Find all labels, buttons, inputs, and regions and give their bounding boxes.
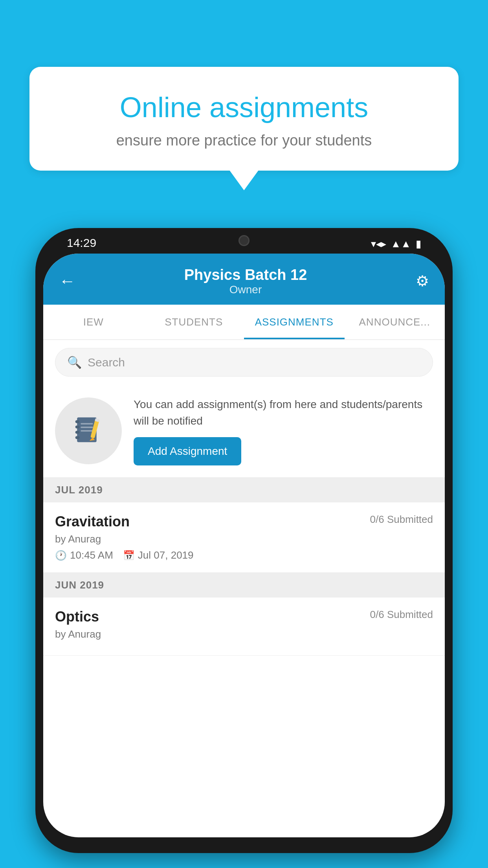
assignment-status: 0/6 Submitted bbox=[370, 609, 433, 621]
header-subtitle: Owner bbox=[75, 283, 416, 296]
status-time: 14:29 bbox=[67, 236, 96, 250]
header-title: Physics Batch 12 bbox=[75, 267, 416, 283]
search-icon: 🔍 bbox=[67, 355, 82, 369]
speech-bubble-title: Online assignments bbox=[53, 90, 435, 124]
svg-rect-2 bbox=[75, 426, 80, 428]
wifi-icon: ▾◂▸ bbox=[371, 238, 386, 250]
status-icons: ▾◂▸ ▲▲ ▮ bbox=[371, 238, 421, 250]
tabs-bar: IEW STUDENTS ASSIGNMENTS ANNOUNCE... bbox=[43, 305, 445, 340]
promo-content: You can add assignment(s) from here and … bbox=[134, 396, 433, 465]
search-placeholder: Search bbox=[88, 356, 125, 369]
phone-container: 14:29 ▾◂▸ ▲▲ ▮ ← Physics Batch 12 Owner … bbox=[35, 228, 453, 868]
back-button[interactable]: ← bbox=[59, 272, 75, 291]
header-center: Physics Batch 12 Owner bbox=[75, 267, 416, 296]
list-item[interactable]: Optics 0/6 Submitted by Anurag bbox=[43, 598, 445, 656]
add-assignment-button[interactable]: Add Assignment bbox=[134, 437, 241, 465]
svg-rect-5 bbox=[81, 423, 93, 425]
assignment-name: Optics bbox=[55, 609, 99, 625]
app-header: ← Physics Batch 12 Owner ⚙ bbox=[43, 254, 445, 305]
notebook-icon bbox=[71, 413, 106, 449]
speech-bubble-subtitle: ensure more practice for your students bbox=[53, 132, 435, 149]
assignment-meta: 🕐 10:45 AM 📅 Jul 07, 2019 bbox=[55, 549, 433, 561]
phone-frame: 14:29 ▾◂▸ ▲▲ ▮ ← Physics Batch 12 Owner … bbox=[35, 228, 453, 853]
phone-notch bbox=[197, 228, 291, 252]
tab-announcements[interactable]: ANNOUNCE... bbox=[345, 305, 445, 339]
speech-bubble-card: Online assignments ensure more practice … bbox=[29, 67, 459, 171]
phone-screen: ← Physics Batch 12 Owner ⚙ IEW STUDENTS … bbox=[43, 254, 445, 837]
svg-rect-6 bbox=[81, 427, 93, 428]
svg-rect-1 bbox=[75, 420, 80, 423]
search-container: 🔍 Search bbox=[43, 340, 445, 384]
tab-students[interactable]: STUDENTS bbox=[144, 305, 244, 339]
assignment-status: 0/6 Submitted bbox=[370, 513, 433, 526]
assignment-top: Gravitation 0/6 Submitted bbox=[55, 513, 433, 530]
assignment-top: Optics 0/6 Submitted bbox=[55, 609, 433, 625]
promo-description: You can add assignment(s) from here and … bbox=[134, 396, 433, 429]
svg-rect-3 bbox=[75, 431, 80, 434]
battery-icon: ▮ bbox=[416, 238, 421, 250]
assignment-name: Gravitation bbox=[55, 513, 130, 530]
clock-icon: 🕐 bbox=[55, 550, 67, 561]
section-header-jun: JUN 2019 bbox=[43, 573, 445, 598]
promo-section: You can add assignment(s) from here and … bbox=[43, 384, 445, 478]
tab-assignments[interactable]: ASSIGNMENTS bbox=[244, 305, 345, 339]
assignment-time: 🕐 10:45 AM bbox=[55, 549, 113, 561]
calendar-icon: 📅 bbox=[123, 550, 135, 561]
phone-camera bbox=[238, 235, 250, 246]
list-item[interactable]: Gravitation 0/6 Submitted by Anurag 🕐 10… bbox=[43, 502, 445, 573]
assignment-author: by Anurag bbox=[55, 628, 433, 640]
settings-icon[interactable]: ⚙ bbox=[416, 272, 429, 290]
assignment-author: by Anurag bbox=[55, 533, 433, 545]
signal-icon: ▲▲ bbox=[391, 238, 411, 250]
tab-iew[interactable]: IEW bbox=[43, 305, 144, 339]
promo-icon-circle bbox=[55, 397, 122, 464]
svg-rect-7 bbox=[81, 430, 93, 432]
search-bar[interactable]: 🔍 Search bbox=[55, 348, 433, 377]
svg-rect-4 bbox=[75, 436, 80, 439]
assignment-date: 📅 Jul 07, 2019 bbox=[123, 549, 194, 561]
section-header-jul: JUL 2019 bbox=[43, 478, 445, 502]
